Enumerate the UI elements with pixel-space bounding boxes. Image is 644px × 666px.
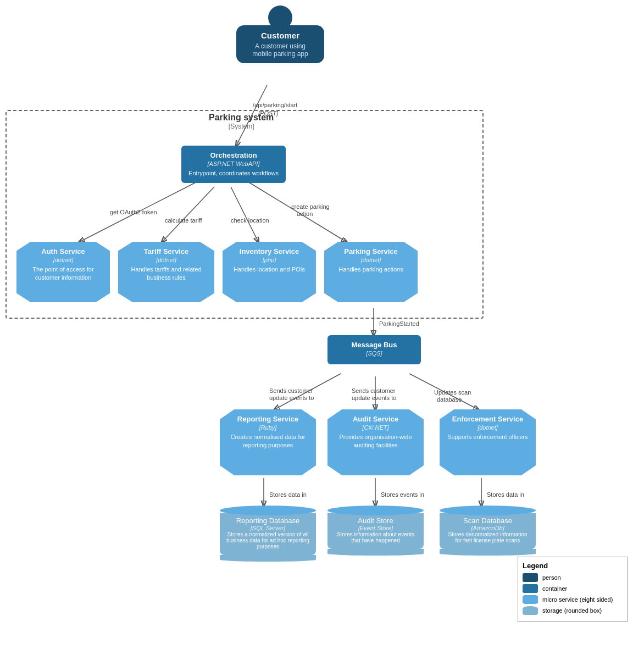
tariff-title: Tariff Service: [124, 247, 209, 256]
inventory-desc: Handles location and POIs: [228, 265, 310, 274]
auth-service-box: Auth Service [dotnet] The point of acces…: [16, 242, 110, 302]
enforcement-desc: Supports enforcement officers: [445, 433, 530, 441]
reporting-db-top: [220, 506, 316, 515]
audit-store-body: Audit Store [Event Store] Stores informa…: [327, 513, 424, 549]
legend: Legend person container micro service (e…: [518, 557, 628, 622]
reporting-tech: [Ruby]: [225, 424, 310, 431]
customer-update1: Sends customer: [269, 387, 313, 394]
message-bus-box: Message Bus [SQS]: [327, 335, 421, 364]
parking-started-label: ParkingStarted: [379, 320, 419, 327]
parking-service-box: Parking Service [dotnet] Handles parking…: [324, 242, 418, 302]
reporting-desc: Creates normalised data for reporting pu…: [225, 433, 310, 450]
reporting-db-desc: Stores a normalized version of all busin…: [225, 531, 310, 550]
audit-store-bottom: [327, 549, 424, 556]
audit-tech: [C#/.NET]: [333, 424, 418, 431]
diagram-container: /api/parking/start [POST] get OAuth2 tok…: [0, 0, 644, 666]
scan-db-label2: database: [437, 396, 462, 403]
legend-swatch-person: [523, 573, 538, 582]
reporting-db-tech: [SQL Server]: [225, 525, 310, 531]
enforcement-tech: [dotnet]: [445, 424, 530, 431]
audit-service-box: Audit Service [C#/.NET] Provides organis…: [327, 409, 424, 475]
auth-tech: [dotnet]: [22, 257, 104, 263]
scan-db-wrap: Scan Database [AmazonDb] Stores denormal…: [440, 506, 536, 556]
orchestration-desc: Entrypoint, coordinates workflows: [187, 169, 280, 177]
stores-data-in2: Stores data in: [487, 491, 524, 498]
legend-item-storage: storage (rounded box): [523, 606, 623, 615]
reporting-db-title: Reporting Database: [225, 517, 310, 525]
inventory-service-box: Inventory Service [php] Handles location…: [223, 242, 316, 302]
reporting-title: Reporting Service: [225, 415, 310, 423]
parking-tech: [dotnet]: [330, 257, 412, 263]
legend-title: Legend: [523, 562, 623, 570]
auth-title: Auth Service: [22, 247, 104, 256]
scan-db-body: Scan Database [AmazonDb] Stores denormal…: [440, 513, 536, 549]
legend-item-person: person: [523, 573, 623, 582]
svg-line-8: [409, 374, 478, 409]
audit-store-top: [327, 506, 424, 515]
reporting-service-box: Reporting Service [Ruby] Creates normali…: [220, 409, 316, 475]
orchestration-box: Orchestration [ASP.NET WebAPI] Entrypoin…: [181, 146, 286, 183]
customer-update1b: update events to: [269, 395, 314, 401]
scan-db-label: Updates scan: [434, 389, 471, 396]
audit-store-tech: [Event Store]: [333, 525, 418, 531]
parking-desc: Handles parking actions: [330, 265, 412, 274]
audit-store-wrap: Audit Store [Event Store] Stores informa…: [327, 506, 424, 556]
scan-db-top: [440, 506, 536, 515]
legend-label-person: person: [542, 574, 561, 581]
reporting-db-body: Reporting Database [SQL Server] Stores a…: [220, 513, 316, 555]
reporting-db-bottom: [220, 555, 316, 562]
auth-desc: The point of access for customer informa…: [22, 265, 104, 282]
orchestration-tech: [ASP.NET WebAPI]: [187, 160, 280, 167]
customer-desc: A customer using mobile parking app: [245, 42, 315, 58]
scan-db-tech: [AmazonDb]: [445, 525, 530, 531]
legend-swatch-container: [523, 584, 538, 593]
tariff-tech: [dotnet]: [124, 257, 209, 263]
stores-events-in: Stores events in: [381, 491, 424, 498]
reporting-db-wrap: Reporting Database [SQL Server] Stores a…: [220, 506, 316, 562]
svg-line-6: [275, 374, 341, 409]
legend-item-microservice: micro service (eight sided): [523, 595, 623, 604]
audit-desc: Provides organisation-wide auditing faci…: [333, 433, 418, 450]
audit-title: Audit Service: [333, 415, 418, 423]
legend-swatch-microservice: [523, 595, 538, 604]
system-name: Parking system: [209, 113, 274, 123]
customer-update2b: update events to: [352, 395, 396, 401]
message-bus-title: Message Bus: [333, 341, 415, 349]
scan-db-bottom: [440, 549, 536, 556]
customer-box: Customer A customer using mobile parking…: [236, 25, 324, 63]
system-type: [System]: [209, 123, 274, 130]
enforcement-title: Enforcement Service: [445, 415, 530, 423]
api-label: /api/parking/start: [253, 102, 297, 108]
scan-db-title: Scan Database: [445, 517, 530, 525]
legend-label-container: container: [542, 585, 567, 592]
legend-item-container: container: [523, 584, 623, 593]
customer-update2: Sends customer: [352, 387, 396, 394]
legend-label-microservice: micro service (eight sided): [542, 596, 613, 603]
customer-title: Customer: [245, 31, 315, 40]
inventory-tech: [php]: [228, 257, 310, 263]
system-label: Parking system [System]: [209, 113, 274, 130]
message-bus-tech: [SQS]: [333, 350, 415, 357]
audit-store-title: Audit Store: [333, 517, 418, 525]
legend-label-storage: storage (rounded box): [542, 607, 602, 614]
enforcement-service-box: Enforcement Service [dotnet] Supports en…: [440, 409, 536, 475]
parking-title: Parking Service: [330, 247, 412, 256]
orchestration-title: Orchestration: [187, 151, 280, 159]
customer-node: Customer A customer using mobile parking…: [236, 5, 324, 63]
audit-store-desc: Stores information about events that hav…: [333, 531, 418, 543]
stores-data-in1: Stores data in: [269, 491, 307, 498]
tariff-desc: Handles tariffs and related business rul…: [124, 265, 209, 282]
inventory-title: Inventory Service: [228, 247, 310, 256]
scan-db-desc: Stores denormalized information for fast…: [445, 531, 530, 543]
tariff-service-box: Tariff Service [dotnet] Handles tariffs …: [118, 242, 214, 302]
legend-swatch-storage: [523, 606, 538, 615]
